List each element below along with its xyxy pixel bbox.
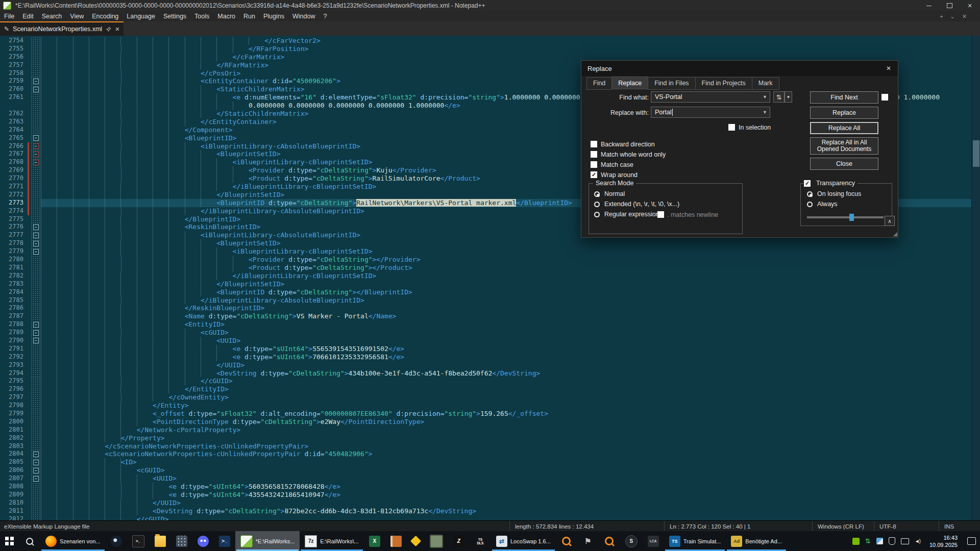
taskbar-search-orange-button[interactable] [556,531,577,551]
in-selection-checkbox[interactable] [728,124,735,131]
search-mode-normal-radio[interactable] [594,191,600,197]
code-line[interactable]: 2755</RFarPosition> [0,45,980,53]
maximize-button[interactable] [939,0,960,11]
dialog-collapse-button[interactable]: ∧ [885,216,895,226]
transparency-slider-thumb[interactable] [849,214,854,221]
replace-button[interactable]: Replace [810,107,878,119]
dialog-close-button[interactable]: ✕ [879,61,898,76]
transparency-checkbox[interactable] [804,180,811,187]
code-line[interactable]: 2812</cGUID> [0,515,980,520]
scrollbar-thumb[interactable] [973,140,979,167]
code-line[interactable]: 2791<e d:type="sUInt64">5565391543516991… [0,345,980,353]
taskbar-start-button[interactable] [0,531,19,551]
taskbar-search-orange2-button[interactable] [599,531,620,551]
status-cursor-position[interactable]: Ln : 2.773 Col : 120 Sel : 40 | 1 [664,521,812,532]
taskbar-locoswap-button[interactable]: ⇄LocoSwap 1.6... [491,531,556,551]
code-line[interactable]: 2783</BlueprintSetID> [0,280,980,288]
code-line[interactable]: 2754</cFarVector2> [0,37,980,45]
taskbar-firefox-button[interactable]: Szenarien von... [40,531,106,551]
fold-marker-icon[interactable]: − [33,468,39,473]
fold-marker-icon[interactable]: − [33,338,39,343]
fold-marker-icon[interactable]: − [33,241,39,246]
code-line[interactable]: 2788−<EntityID> [0,320,980,329]
search-mode-extended-radio[interactable] [594,202,600,207]
code-line[interactable]: 2794<DevString d:type="cDeltaString">434… [0,369,980,378]
code-line[interactable]: 2808<e d:type="sUInt64">5603565815278068… [0,483,980,491]
taskbar-steam-button[interactable] [106,531,127,551]
chevron-down-icon[interactable]: ▼ [763,110,767,115]
code-line[interactable]: 2795</cGUID> [0,377,980,385]
fold-marker-icon[interactable]: − [33,249,39,255]
fold-marker-icon[interactable]: − [33,143,39,149]
code-line[interactable]: 2785</iBlueprintLibrary-cAbsoluteBluepri… [0,296,980,305]
code-line[interactable]: 2810</UUID> [0,499,980,507]
taskbar-powershell-button[interactable]: ≻_ [214,531,235,551]
fold-marker-icon[interactable]: − [33,160,39,165]
code-line[interactable]: 2787<Name d:type="cDeltaString">VS Marke… [0,312,980,320]
fold-marker-icon[interactable]: − [33,452,39,457]
fold-marker-icon[interactable]: − [33,87,39,92]
minimize-button[interactable] [919,0,939,11]
fold-marker-icon[interactable]: − [33,233,39,238]
tab-scenarionetworkproperties[interactable]: ✎ ScenarioNetworkProperties.xml ✕ [0,21,124,36]
taskbar-scircle-button[interactable]: S [620,531,643,551]
code-line[interactable]: 2792<e d:type="sUInt64">7066101235332956… [0,353,980,361]
tab-find-in-projects[interactable]: Find in Projects [695,77,752,90]
replace-with-input[interactable]: Portal ▼ [651,107,770,118]
swap-find-replace-button[interactable]: ⇅ [773,91,785,103]
code-line[interactable]: 2805−<ID> [0,458,980,466]
taskbar-chip-button[interactable] [425,531,448,551]
tab-find-in-files[interactable]: Find in Files [648,77,695,90]
code-line[interactable]: 2784<BlueprintID d:type="cDeltaString"><… [0,288,980,296]
code-line[interactable]: 2779−<iBlueprintLibrary-cBlueprintSetID> [0,247,980,256]
code-line[interactable]: 2803</cScenarioNetworkProperties-cUnlink… [0,442,980,450]
code-line[interactable]: 2786</ReskinBlueprintID> [0,304,980,312]
menu-run[interactable]: Run [239,12,259,21]
taskbar-tsdls-button[interactable]: TS DLS [470,531,491,551]
taskbar-7zip-button[interactable]: 7zE:\RailWorks\... [300,531,364,551]
menu-tools[interactable]: Tools [190,12,213,21]
tab-mark[interactable]: Mark [752,77,779,90]
tray-color-icon[interactable] [876,538,883,544]
menu-search[interactable]: Search [38,12,66,21]
menu-view[interactable]: View [66,12,88,21]
code-line[interactable]: 2789−<cGUID> [0,329,980,337]
chevron-down-icon[interactable]: ▼ [763,94,767,99]
tab-close-icon[interactable]: ✕ [115,26,119,33]
taskbar-adobe-button[interactable]: AdBenötigte Ad... [726,531,787,551]
action-center-button[interactable] [963,531,980,551]
taskbar-terminal-button[interactable]: >_ [127,531,150,551]
wrap-around-checkbox[interactable] [591,171,597,178]
replace-all-button[interactable]: Replace All [810,122,878,134]
code-line[interactable]: 2801</Network-cPortalProperty> [0,426,980,434]
tray-updown-icon[interactable]: ⇅ [865,537,871,545]
close-dialog-button[interactable]: Close [810,158,878,170]
code-line[interactable]: 2809<e d:type="sUInt64">4355432421865410… [0,491,980,499]
status-length-lines[interactable]: length : 572.834 lines : 12.434 [509,521,664,532]
swap-dropdown-icon[interactable]: ▼ [785,91,792,103]
taskbar-excel-button[interactable]: X [364,531,385,551]
menubar-icon[interactable]: + [940,13,943,20]
find-what-input[interactable]: VS-Portal ▼ [651,91,770,103]
menu-macro[interactable]: Macro [213,12,239,21]
code-line[interactable]: 2800<PointDirectionType d:type="cDeltaSt… [0,418,980,426]
fold-marker-icon[interactable]: − [33,224,39,230]
replace-all-opened-docs-button[interactable]: Replace All in All Opened Documents [810,137,878,155]
tray-volume-icon[interactable]: ◄) [915,538,920,544]
code-line[interactable]: 2798</Entity> [0,402,980,410]
status-encoding[interactable]: UTF-8 [874,521,939,532]
taskbar-book-button[interactable] [385,531,407,551]
code-line[interactable]: 2802</Property> [0,434,980,442]
code-line[interactable]: 2781<Product d:type="cDeltaString"></Pro… [0,264,980,272]
taskbar-lca-button[interactable]: LCA [643,531,664,551]
find-next-button[interactable]: Find Next [810,91,878,104]
transparency-slider[interactable] [807,216,884,218]
code-line[interactable]: 2778−<BlueprintSetID> [0,239,980,247]
menu-plugins[interactable]: Plugins [259,12,288,21]
status-typing-mode[interactable]: INS [939,521,980,532]
code-line[interactable]: 2782</iBlueprintLibrary-cBlueprintSetID> [0,272,980,280]
two-buttons-mode-checkbox[interactable] [881,94,888,101]
taskbar-diamond-button[interactable] [407,531,425,551]
menu-edit[interactable]: Edit [18,12,38,21]
backward-direction-checkbox[interactable] [591,141,597,147]
